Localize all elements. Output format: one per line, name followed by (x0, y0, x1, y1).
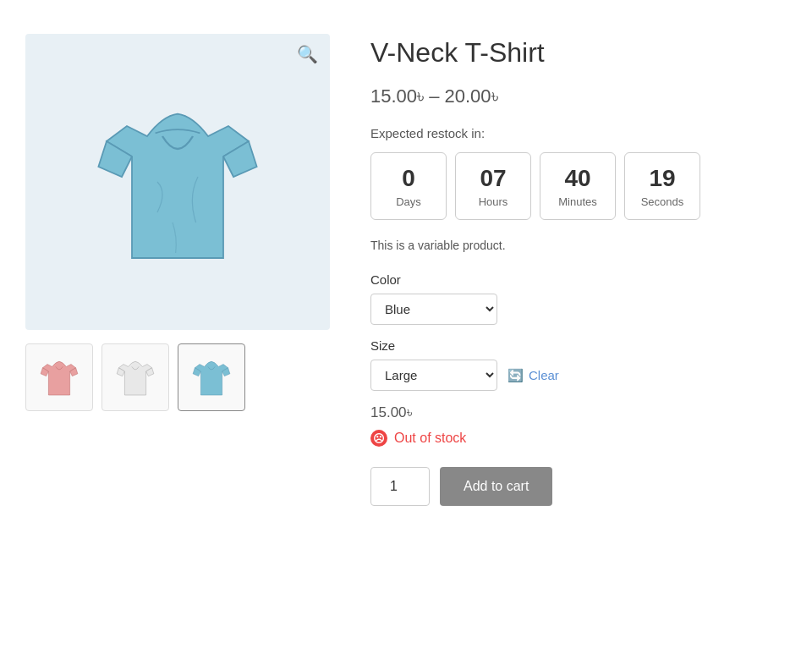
countdown-seconds: 19 Seconds (624, 152, 700, 220)
quantity-input[interactable] (370, 467, 430, 506)
color-label: Color (370, 272, 787, 287)
size-label: Size (370, 338, 787, 353)
clear-icon: 🔄 (508, 368, 524, 383)
restock-label: Expected restock in: (370, 126, 787, 140)
thumb1-icon (36, 354, 83, 401)
add-to-cart-row: Add to cart (370, 467, 787, 506)
size-select[interactable]: Small Medium Large XL (370, 360, 497, 391)
zoom-icon[interactable]: 🔍 (297, 44, 318, 64)
countdown: 0 Days 07 Hours 40 Minutes 19 Seconds (370, 152, 787, 220)
out-of-stock-label: Out of stock (394, 431, 466, 446)
countdown-days: 0 Days (370, 152, 447, 220)
countdown-hours: 07 Hours (455, 152, 531, 220)
main-image: 🔍 (25, 34, 330, 330)
minutes-label: Minutes (558, 195, 597, 208)
color-select[interactable]: Blue Red White (370, 294, 497, 325)
days-value: 0 (402, 164, 415, 193)
product-images: 🔍 (25, 34, 330, 506)
clear-button[interactable]: 🔄 Clear (508, 368, 559, 383)
days-label: Days (396, 195, 421, 208)
color-field-group: Color Blue Red White (370, 272, 787, 325)
product-title: V-Neck T-Shirt (370, 37, 787, 69)
variable-note: This is a variable product. (370, 239, 787, 252)
thumbnail-row (25, 343, 330, 411)
size-row: Small Medium Large XL 🔄 Clear (370, 360, 787, 391)
thumbnail-1[interactable] (25, 343, 93, 411)
add-to-cart-button[interactable]: Add to cart (440, 467, 552, 506)
thumb2-icon (112, 354, 159, 401)
minutes-value: 40 (564, 164, 590, 193)
size-field-group: Size Small Medium Large XL 🔄 Clear (370, 338, 787, 391)
hours-label: Hours (479, 195, 508, 208)
product-info: V-Neck T-Shirt 15.00৳ – 20.00৳ Expected … (370, 34, 787, 506)
product-illustration (76, 80, 279, 283)
selected-price: 15.00৳ (370, 404, 787, 421)
seconds-value: 19 (649, 164, 675, 193)
out-of-stock-icon: ☹ (370, 430, 387, 447)
product-container: 🔍 (25, 34, 787, 506)
price-range: 15.00৳ – 20.00৳ (370, 85, 787, 107)
countdown-minutes: 40 Minutes (540, 152, 616, 220)
hours-value: 07 (480, 164, 506, 193)
thumbnail-3[interactable] (178, 343, 245, 411)
thumb3-icon (188, 354, 235, 401)
clear-label: Clear (529, 368, 559, 382)
thumbnail-2[interactable] (102, 343, 169, 411)
seconds-label: Seconds (641, 195, 684, 208)
out-of-stock: ☹ Out of stock (370, 430, 787, 447)
